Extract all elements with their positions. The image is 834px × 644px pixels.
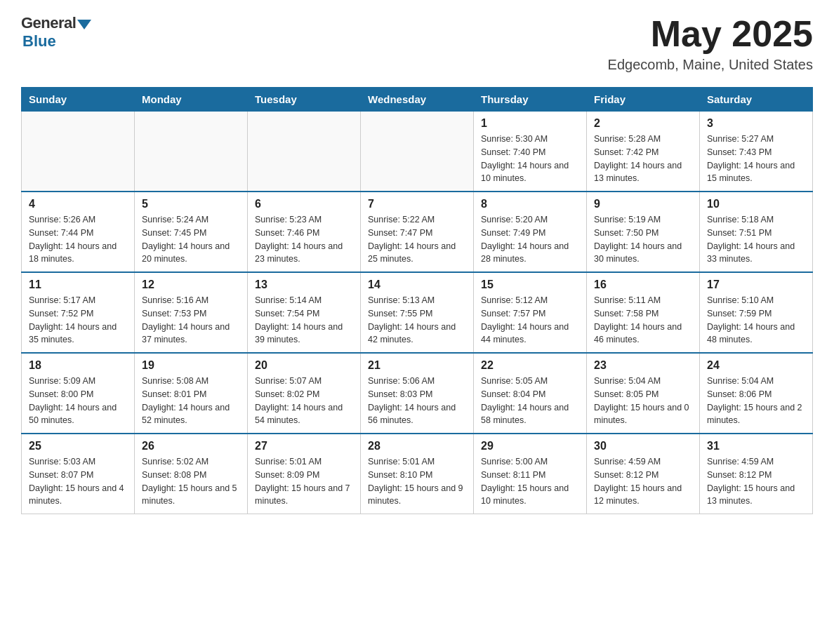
day-info: Sunrise: 5:24 AMSunset: 7:45 PMDaylight:… [142, 213, 240, 266]
calendar-cell: 27Sunrise: 5:01 AMSunset: 8:09 PMDayligh… [248, 434, 361, 514]
calendar-cell: 20Sunrise: 5:07 AMSunset: 8:02 PMDayligh… [248, 353, 361, 434]
calendar-cell: 22Sunrise: 5:05 AMSunset: 8:04 PMDayligh… [474, 353, 587, 434]
day-info: Sunrise: 5:30 AMSunset: 7:40 PMDaylight:… [481, 133, 579, 185]
day-number: 24 [707, 359, 805, 372]
calendar-cell [135, 112, 248, 192]
day-number: 7 [368, 198, 466, 210]
day-number: 9 [594, 198, 692, 210]
weekday-header-thursday: Thursday [474, 88, 587, 112]
day-number: 18 [29, 359, 127, 372]
logo-general-text: General [21, 14, 76, 32]
calendar-cell: 9Sunrise: 5:19 AMSunset: 7:50 PMDaylight… [587, 192, 700, 272]
day-info: Sunrise: 5:16 AMSunset: 7:53 PMDaylight:… [142, 294, 240, 347]
calendar-cell: 12Sunrise: 5:16 AMSunset: 7:53 PMDayligh… [135, 272, 248, 353]
calendar-cell: 26Sunrise: 5:02 AMSunset: 8:08 PMDayligh… [135, 434, 248, 514]
calendar-cell: 24Sunrise: 5:04 AMSunset: 8:06 PMDayligh… [700, 353, 813, 434]
day-number: 11 [29, 279, 127, 291]
weekday-header-saturday: Saturday [700, 88, 813, 112]
logo: General Blue [21, 14, 91, 51]
day-number: 28 [368, 440, 466, 452]
day-info: Sunrise: 5:12 AMSunset: 7:57 PMDaylight:… [481, 294, 579, 347]
day-number: 15 [481, 279, 579, 291]
calendar-cell: 17Sunrise: 5:10 AMSunset: 7:59 PMDayligh… [700, 272, 813, 353]
day-number: 16 [594, 279, 692, 291]
calendar-cell: 29Sunrise: 5:00 AMSunset: 8:11 PMDayligh… [474, 434, 587, 514]
calendar-cell: 3Sunrise: 5:27 AMSunset: 7:43 PMDaylight… [700, 112, 813, 192]
day-info: Sunrise: 5:07 AMSunset: 8:02 PMDaylight:… [255, 375, 353, 427]
day-info: Sunrise: 5:17 AMSunset: 7:52 PMDaylight:… [29, 294, 127, 347]
day-info: Sunrise: 5:05 AMSunset: 8:04 PMDaylight:… [481, 375, 579, 427]
calendar-cell: 7Sunrise: 5:22 AMSunset: 7:47 PMDaylight… [361, 192, 474, 272]
day-info: Sunrise: 5:19 AMSunset: 7:50 PMDaylight:… [594, 213, 692, 266]
day-number: 22 [481, 359, 579, 372]
calendar-cell: 4Sunrise: 5:26 AMSunset: 7:44 PMDaylight… [22, 192, 135, 272]
calendar-cell [22, 112, 135, 192]
day-number: 8 [481, 198, 579, 210]
logo-blue-text: Blue [22, 32, 56, 51]
day-info: Sunrise: 5:02 AMSunset: 8:08 PMDaylight:… [142, 455, 240, 508]
day-number: 1 [481, 117, 579, 130]
calendar-cell: 15Sunrise: 5:12 AMSunset: 7:57 PMDayligh… [474, 272, 587, 353]
day-info: Sunrise: 4:59 AMSunset: 8:12 PMDaylight:… [594, 455, 692, 508]
calendar-week-1: 1Sunrise: 5:30 AMSunset: 7:40 PMDaylight… [22, 112, 813, 192]
day-info: Sunrise: 5:00 AMSunset: 8:11 PMDaylight:… [481, 455, 579, 508]
calendar-cell: 23Sunrise: 5:04 AMSunset: 8:05 PMDayligh… [587, 353, 700, 434]
weekday-header-tuesday: Tuesday [248, 88, 361, 112]
day-number: 19 [142, 359, 240, 372]
calendar-cell: 2Sunrise: 5:28 AMSunset: 7:42 PMDaylight… [587, 112, 700, 192]
day-info: Sunrise: 5:13 AMSunset: 7:55 PMDaylight:… [368, 294, 466, 347]
calendar-cell: 10Sunrise: 5:18 AMSunset: 7:51 PMDayligh… [700, 192, 813, 272]
day-number: 31 [707, 440, 805, 452]
calendar-cell: 31Sunrise: 4:59 AMSunset: 8:12 PMDayligh… [700, 434, 813, 514]
calendar-week-5: 25Sunrise: 5:03 AMSunset: 8:07 PMDayligh… [22, 434, 813, 514]
calendar-cell: 16Sunrise: 5:11 AMSunset: 7:58 PMDayligh… [587, 272, 700, 353]
day-info: Sunrise: 5:06 AMSunset: 8:03 PMDaylight:… [368, 375, 466, 427]
calendar-cell: 21Sunrise: 5:06 AMSunset: 8:03 PMDayligh… [361, 353, 474, 434]
day-number: 4 [29, 198, 127, 210]
day-number: 17 [707, 279, 805, 291]
day-number: 13 [255, 279, 353, 291]
day-info: Sunrise: 5:04 AMSunset: 8:06 PMDaylight:… [707, 375, 805, 427]
day-number: 26 [142, 440, 240, 452]
calendar-cell: 8Sunrise: 5:20 AMSunset: 7:49 PMDaylight… [474, 192, 587, 272]
page-header: General Blue May 2025 Edgecomb, Maine, U… [21, 14, 813, 73]
day-info: Sunrise: 5:26 AMSunset: 7:44 PMDaylight:… [29, 213, 127, 266]
calendar-week-2: 4Sunrise: 5:26 AMSunset: 7:44 PMDaylight… [22, 192, 813, 272]
day-number: 20 [255, 359, 353, 372]
calendar-cell: 25Sunrise: 5:03 AMSunset: 8:07 PMDayligh… [22, 434, 135, 514]
calendar-cell: 5Sunrise: 5:24 AMSunset: 7:45 PMDaylight… [135, 192, 248, 272]
day-info: Sunrise: 5:01 AMSunset: 8:10 PMDaylight:… [368, 455, 466, 508]
day-number: 27 [255, 440, 353, 452]
day-info: Sunrise: 5:04 AMSunset: 8:05 PMDaylight:… [594, 375, 692, 427]
calendar-cell: 19Sunrise: 5:08 AMSunset: 8:01 PMDayligh… [135, 353, 248, 434]
weekday-header-monday: Monday [135, 88, 248, 112]
day-info: Sunrise: 5:11 AMSunset: 7:58 PMDaylight:… [594, 294, 692, 347]
weekday-header-friday: Friday [587, 88, 700, 112]
day-info: Sunrise: 5:09 AMSunset: 8:00 PMDaylight:… [29, 375, 127, 427]
day-number: 2 [594, 117, 692, 130]
calendar-cell: 1Sunrise: 5:30 AMSunset: 7:40 PMDaylight… [474, 112, 587, 192]
title-section: May 2025 Edgecomb, Maine, United States [608, 14, 813, 73]
calendar-cell: 28Sunrise: 5:01 AMSunset: 8:10 PMDayligh… [361, 434, 474, 514]
day-number: 23 [594, 359, 692, 372]
calendar-cell: 13Sunrise: 5:14 AMSunset: 7:54 PMDayligh… [248, 272, 361, 353]
day-info: Sunrise: 5:14 AMSunset: 7:54 PMDaylight:… [255, 294, 353, 347]
calendar-cell [248, 112, 361, 192]
day-number: 3 [707, 117, 805, 130]
weekday-header-row: SundayMondayTuesdayWednesdayThursdayFrid… [22, 88, 813, 112]
day-info: Sunrise: 5:22 AMSunset: 7:47 PMDaylight:… [368, 213, 466, 266]
calendar-cell: 11Sunrise: 5:17 AMSunset: 7:52 PMDayligh… [22, 272, 135, 353]
day-info: Sunrise: 5:03 AMSunset: 8:07 PMDaylight:… [29, 455, 127, 508]
day-info: Sunrise: 4:59 AMSunset: 8:12 PMDaylight:… [707, 455, 805, 508]
day-info: Sunrise: 5:23 AMSunset: 7:46 PMDaylight:… [255, 213, 353, 266]
day-info: Sunrise: 5:08 AMSunset: 8:01 PMDaylight:… [142, 375, 240, 427]
calendar-cell: 14Sunrise: 5:13 AMSunset: 7:55 PMDayligh… [361, 272, 474, 353]
calendar-title: May 2025 [608, 14, 813, 54]
day-info: Sunrise: 5:18 AMSunset: 7:51 PMDaylight:… [707, 213, 805, 266]
day-info: Sunrise: 5:01 AMSunset: 8:09 PMDaylight:… [255, 455, 353, 508]
calendar-week-4: 18Sunrise: 5:09 AMSunset: 8:00 PMDayligh… [22, 353, 813, 434]
logo-arrow-icon [77, 20, 91, 29]
day-number: 21 [368, 359, 466, 372]
day-number: 14 [368, 279, 466, 291]
day-number: 29 [481, 440, 579, 452]
